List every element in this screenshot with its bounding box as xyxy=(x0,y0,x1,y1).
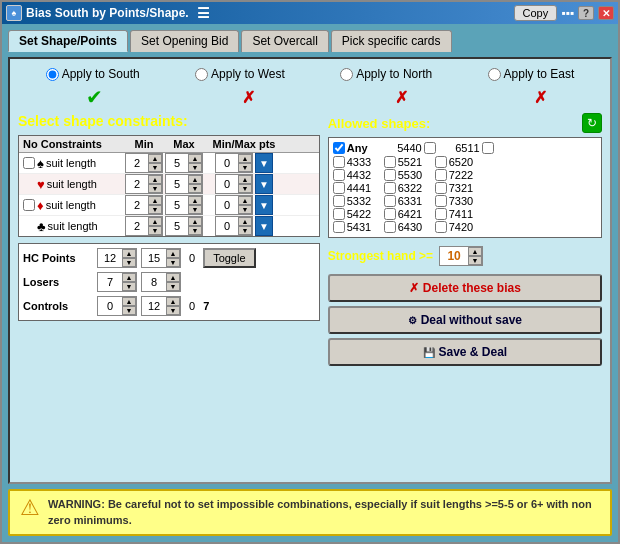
tab-set-shape[interactable]: Set Shape/Points xyxy=(8,30,128,52)
tab-pick-specific[interactable]: Pick specific cards xyxy=(331,30,452,52)
strongest-up[interactable]: ▲ xyxy=(468,247,482,256)
diamond-pts-input[interactable] xyxy=(216,199,238,211)
spade-max-spinner[interactable]: ▲ ▼ xyxy=(165,153,203,173)
tab-set-overcall[interactable]: Set Overcall xyxy=(241,30,328,52)
club-max-up[interactable]: ▲ xyxy=(188,217,202,226)
controls-min-input[interactable] xyxy=(98,300,122,312)
losers-max-up[interactable]: ▲ xyxy=(166,273,180,282)
controls-min-up[interactable]: ▲ xyxy=(122,297,136,306)
diamond-pts-up[interactable]: ▲ xyxy=(238,196,252,205)
diamond-checkbox[interactable] xyxy=(23,199,35,211)
hc-min-input[interactable] xyxy=(98,252,122,264)
losers-max-down[interactable]: ▼ xyxy=(166,282,180,291)
heart-pts-up[interactable]: ▲ xyxy=(238,175,252,184)
diamond-max-up[interactable]: ▲ xyxy=(188,196,202,205)
controls-max-spinner[interactable]: ▲ ▼ xyxy=(141,296,181,316)
shape-4432-cb[interactable] xyxy=(333,169,345,181)
club-pts-up[interactable]: ▲ xyxy=(238,217,252,226)
controls-max-input[interactable] xyxy=(142,300,166,312)
heart-min-up[interactable]: ▲ xyxy=(148,175,162,184)
shape-5431-cb[interactable] xyxy=(333,221,345,233)
heart-pts-down[interactable]: ▼ xyxy=(238,184,252,193)
hc-max-down[interactable]: ▼ xyxy=(166,258,180,267)
hc-min-up[interactable]: ▲ xyxy=(122,249,136,258)
diamond-min-down[interactable]: ▼ xyxy=(148,205,162,214)
shape-5521-cb[interactable] xyxy=(384,156,396,168)
shape-5440-cb[interactable] xyxy=(424,142,436,154)
radio-west[interactable]: Apply to West xyxy=(195,67,285,81)
strongest-spinner[interactable]: ▲ ▼ xyxy=(439,246,483,266)
deal-without-save-button[interactable]: ⚙ Deal without save xyxy=(328,306,602,334)
spade-max-up[interactable]: ▲ xyxy=(188,154,202,163)
club-pts-spinner[interactable]: ▲ ▼ xyxy=(215,216,253,236)
losers-max-spinner[interactable]: ▲ ▼ xyxy=(141,272,181,292)
heart-max-spinner[interactable]: ▲ ▼ xyxy=(165,174,203,194)
shape-7420-cb[interactable] xyxy=(435,221,447,233)
shape-6421-cb[interactable] xyxy=(384,208,396,220)
club-min-input[interactable] xyxy=(126,220,148,232)
spade-min-down[interactable]: ▼ xyxy=(148,163,162,172)
strongest-input[interactable] xyxy=(440,249,468,263)
diamond-max-spinner[interactable]: ▲ ▼ xyxy=(165,195,203,215)
controls-max-down[interactable]: ▼ xyxy=(166,306,180,315)
shape-4441-cb[interactable] xyxy=(333,182,345,194)
spade-max-down[interactable]: ▼ xyxy=(188,163,202,172)
heart-max-down[interactable]: ▼ xyxy=(188,184,202,193)
shape-6331-cb[interactable] xyxy=(384,195,396,207)
spade-checkbox[interactable] xyxy=(23,157,35,169)
shape-5530-cb[interactable] xyxy=(384,169,396,181)
club-min-spinner[interactable]: ▲ ▼ xyxy=(125,216,163,236)
losers-min-down[interactable]: ▼ xyxy=(122,282,136,291)
shape-7321-cb[interactable] xyxy=(435,182,447,194)
radio-south[interactable]: Apply to South xyxy=(46,67,140,81)
shape-7330-cb[interactable] xyxy=(435,195,447,207)
club-max-input[interactable] xyxy=(166,220,188,232)
heart-max-up[interactable]: ▲ xyxy=(188,175,202,184)
spade-pts-up[interactable]: ▲ xyxy=(238,154,252,163)
strongest-down[interactable]: ▼ xyxy=(468,256,482,265)
shape-5422-cb[interactable] xyxy=(333,208,345,220)
controls-min-down[interactable]: ▼ xyxy=(122,306,136,315)
radio-north[interactable]: Apply to North xyxy=(340,67,432,81)
diamond-max-input[interactable] xyxy=(166,199,188,211)
delete-bias-button[interactable]: ✗ Delete these bias xyxy=(328,274,602,302)
diamond-pts-spinner[interactable]: ▲ ▼ xyxy=(215,195,253,215)
spade-max-input[interactable] xyxy=(166,157,188,169)
spade-min-input[interactable] xyxy=(126,157,148,169)
heart-pts-spinner[interactable]: ▲ ▼ xyxy=(215,174,253,194)
refresh-button[interactable]: ↻ xyxy=(582,113,602,133)
copy-button[interactable]: Copy xyxy=(514,5,558,21)
shape-7222-cb[interactable] xyxy=(435,169,447,181)
toggle-button[interactable]: Toggle xyxy=(203,248,255,268)
controls-min-spinner[interactable]: ▲ ▼ xyxy=(97,296,137,316)
heart-min-spinner[interactable]: ▲ ▼ xyxy=(125,174,163,194)
spade-arrow[interactable]: ▼ xyxy=(255,153,273,173)
losers-max-input[interactable] xyxy=(142,276,166,288)
club-max-down[interactable]: ▼ xyxy=(188,226,202,235)
club-min-up[interactable]: ▲ xyxy=(148,217,162,226)
diamond-arrow[interactable]: ▼ xyxy=(255,195,273,215)
diamond-min-spinner[interactable]: ▲ ▼ xyxy=(125,195,163,215)
spade-min-spinner[interactable]: ▲ ▼ xyxy=(125,153,163,173)
losers-min-up[interactable]: ▲ xyxy=(122,273,136,282)
club-max-spinner[interactable]: ▲ ▼ xyxy=(165,216,203,236)
club-pts-input[interactable] xyxy=(216,220,238,232)
diamond-max-down[interactable]: ▼ xyxy=(188,205,202,214)
heart-min-input[interactable] xyxy=(126,178,148,190)
hc-max-spinner[interactable]: ▲ ▼ xyxy=(141,248,181,268)
hc-min-down[interactable]: ▼ xyxy=(122,258,136,267)
diamond-min-input[interactable] xyxy=(126,199,148,211)
heart-min-down[interactable]: ▼ xyxy=(148,184,162,193)
controls-max-up[interactable]: ▲ xyxy=(166,297,180,306)
heart-arrow[interactable]: ▼ xyxy=(255,174,273,194)
shape-7411-cb[interactable] xyxy=(435,208,447,220)
diamond-pts-down[interactable]: ▼ xyxy=(238,205,252,214)
help-button[interactable]: ? xyxy=(578,6,594,20)
diamond-min-up[interactable]: ▲ xyxy=(148,196,162,205)
close-button[interactable]: ✕ xyxy=(598,6,614,20)
spade-min-up[interactable]: ▲ xyxy=(148,154,162,163)
shape-6430-cb[interactable] xyxy=(384,221,396,233)
hc-max-up[interactable]: ▲ xyxy=(166,249,180,258)
spade-pts-spinner[interactable]: ▲ ▼ xyxy=(215,153,253,173)
losers-min-input[interactable] xyxy=(98,276,122,288)
